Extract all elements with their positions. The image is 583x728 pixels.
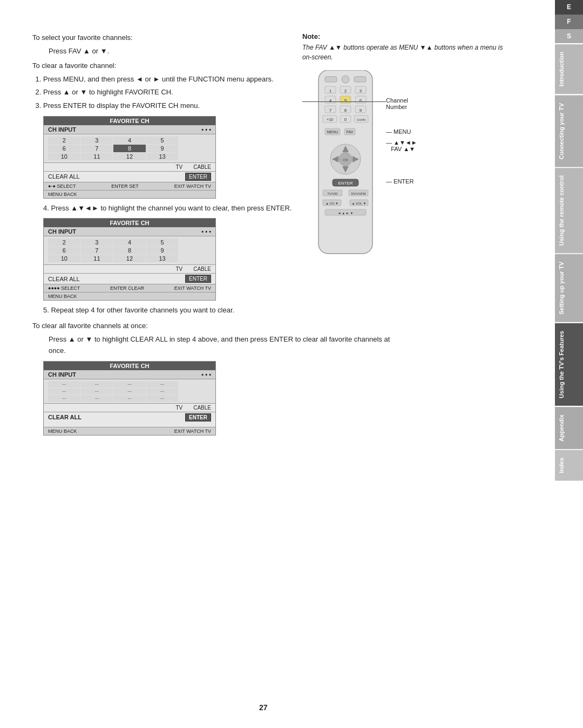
- svg-text:5: 5: [344, 98, 347, 103]
- svg-text:TV/VID: TV/VID: [327, 192, 338, 195]
- svg-text:3: 3: [360, 89, 362, 93]
- svg-text:▲ VOL ▼: ▲ VOL ▼: [352, 202, 367, 205]
- svg-text:4: 4: [329, 98, 332, 103]
- fav-cell-xxx: ···: [113, 395, 146, 402]
- fav-cell-empty: [179, 239, 211, 246]
- fav-cell-xxx: ···: [146, 388, 179, 394]
- sidebar-tab-features[interactable]: Using the TV's Features: [555, 323, 583, 406]
- svg-text:8: 8: [344, 108, 347, 113]
- fav-cell-xxx: ···: [81, 388, 113, 394]
- fav-cell-xxx: ···: [146, 395, 179, 402]
- sidebar-tab-setting-up[interactable]: Setting up your TV: [555, 254, 583, 322]
- fav-cell-xxx: ···: [113, 381, 146, 387]
- clear-all-intro: To clear all favorite channels at once:: [32, 321, 399, 332]
- fav-grid-2: 2 3 4 5 6 7 8 9 10 11 12 13: [44, 236, 215, 264]
- fav-cell: 2: [48, 137, 80, 144]
- svg-text:▲ CH ▼: ▲ CH ▼: [326, 202, 338, 205]
- fav-header-1: CH INPUT • • •: [44, 125, 215, 134]
- favorite-ch-table-3: FAVORITE CH CH INPUT • • • ··· ··· ··· ·…: [43, 361, 216, 436]
- fav-cell: 12: [113, 153, 146, 160]
- fav-cell: 13: [146, 153, 179, 160]
- fav-cell: 5: [146, 137, 179, 144]
- favorite-ch-table-1: FAVORITE CH CH INPUT • • • 2 3 4 5 6 7 8…: [43, 116, 216, 199]
- sidebar-tab-index[interactable]: Index: [555, 450, 583, 481]
- fav-cell: 9: [146, 145, 179, 152]
- sidebar-tab-appendix[interactable]: Appendix: [555, 407, 583, 449]
- sidebar-top-e: E: [555, 0, 583, 15]
- step-5: 5. Repeat step 4 for other favorite chan…: [43, 305, 399, 316]
- svg-rect-1: [325, 77, 337, 82]
- fav-footer-menu-1: MENU BACK: [44, 190, 215, 198]
- fav-grid-3: ··· ··· ··· ··· ··· ··· ··· ··· ··· ··· …: [44, 379, 215, 403]
- fav-tv-cable-1: TV CABLE: [44, 162, 215, 171]
- svg-rect-3: [354, 77, 366, 82]
- fav-clear-row-3: CLEAR ALL ENTER: [44, 412, 215, 423]
- note-section: Note: The FAV ▲▼ buttons operate as MENU…: [302, 32, 507, 62]
- fav-cell: 5: [146, 239, 179, 246]
- fav-clear-row-2: CLEAR ALL ENTER: [44, 273, 215, 284]
- remote-illustration: 1 2 3 4 5 6 7 8 9 +10 0 CH/IN MENU FAV: [302, 70, 389, 266]
- enter-label: — ENTER: [386, 178, 413, 185]
- remote-svg: 1 2 3 4 5 6 7 8 9 +10 0 CH/IN MENU FAV: [302, 70, 389, 264]
- fav-header-2: CH INPUT • • •: [44, 227, 215, 236]
- sidebar-tab-remote-control[interactable]: Using the remote control: [555, 168, 583, 253]
- fav-cell: 9: [146, 247, 179, 254]
- fav-cell: 11: [81, 153, 113, 160]
- fav-cell: 12: [113, 255, 146, 262]
- right-sidebar: E F S Introduction Connecting your TV Us…: [555, 0, 583, 728]
- svg-text:DV/VHFM: DV/VHFM: [351, 192, 366, 195]
- fav-cell-empty: [179, 137, 211, 144]
- svg-text:2: 2: [344, 89, 347, 93]
- fav-cell-empty: [179, 247, 211, 254]
- fav-cell: 8: [113, 247, 146, 254]
- menu-label: — MENU: [386, 128, 411, 135]
- svg-text:0: 0: [344, 117, 347, 122]
- sidebar-tab-connecting[interactable]: Connecting your TV: [555, 96, 583, 167]
- clear-all-desc: Press ▲ or ▼ to highlight CLEAR ALL in s…: [49, 334, 399, 357]
- svg-text:1: 1: [329, 89, 332, 93]
- fav-cell: 3: [81, 239, 113, 246]
- fav-footer-2: ●●●● SELECT ENTER CLEAR EXIT WATCH TV: [44, 284, 215, 292]
- svg-text:CH/IN: CH/IN: [357, 118, 365, 121]
- svg-text:FAV: FAV: [347, 130, 354, 134]
- fav-cell-xxx: ···: [48, 381, 80, 387]
- note-title: Note:: [302, 32, 507, 40]
- svg-text:9: 9: [360, 108, 362, 113]
- fav-cell-xxx: ···: [81, 381, 113, 387]
- fav-cell: 10: [48, 153, 80, 160]
- fav-cell: 7: [81, 247, 113, 254]
- svg-text:6: 6: [360, 98, 362, 103]
- channel-number-line: [302, 101, 386, 102]
- svg-text:7: 7: [329, 108, 332, 113]
- fav-footer-menu-3: MENU BACK EXIT WATCH TV: [44, 427, 215, 435]
- svg-text:OK: OK: [343, 158, 348, 162]
- fav-cell: 10: [48, 255, 80, 262]
- fav-cell-xxx: ···: [81, 395, 113, 402]
- fav-cell: 4: [113, 137, 146, 144]
- fav-cell-highlight: 8: [113, 145, 146, 152]
- svg-point-2: [342, 76, 349, 83]
- fav-header-3: CH INPUT • • •: [44, 370, 215, 379]
- fav-cell: 7: [81, 145, 113, 152]
- fav-cell: 13: [146, 255, 179, 262]
- fav-cell-xxx: ···: [146, 381, 179, 387]
- fav-cell-empty: [179, 145, 211, 152]
- sidebar-tab-introduction[interactable]: Introduction: [555, 44, 583, 94]
- fav-cell-xxx: ···: [48, 395, 80, 402]
- sidebar-top-s: S: [555, 29, 583, 44]
- fav-footer-1: ●-● SELECT ENTER SET EXIT WATCH TV: [44, 182, 215, 190]
- fav-cell: 4: [113, 239, 146, 246]
- svg-text:+10: +10: [327, 118, 333, 121]
- fav-cell: 6: [48, 247, 80, 254]
- fav-cell-xxx: ···: [113, 388, 146, 394]
- svg-text:◄ ▲ ► ▼: ◄ ▲ ► ▼: [338, 212, 354, 215]
- page-number: 27: [259, 703, 268, 712]
- fav-arrows-label: — ▲▼◄► FAV ▲▼: [386, 139, 417, 152]
- fav-cell-empty: [179, 255, 211, 262]
- fav-grid-1: 2 3 4 5 6 7 8 9 10 11 12 13: [44, 134, 215, 162]
- fav-cell: 3: [81, 137, 113, 144]
- fav-cell-empty: [179, 153, 211, 160]
- fav-footer-menu-2: MENU BACK: [44, 292, 215, 300]
- sidebar-top-f: F: [555, 15, 583, 29]
- fav-tv-cable-2: TV CABLE: [44, 264, 215, 273]
